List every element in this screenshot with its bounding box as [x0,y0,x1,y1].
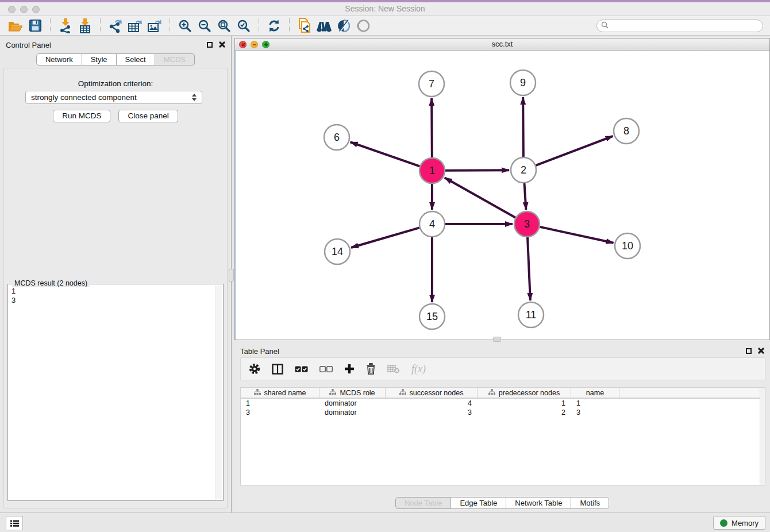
mcds-panel: Optimization criterion: strongly connect… [3,68,228,508]
network-canvas[interactable]: 7968124314101511 [235,51,769,340]
graph-edge-2-3[interactable] [524,183,526,210]
zoom-fit-icon[interactable] [214,18,234,34]
title-bar: Session: New Session [0,0,770,16]
column-type-icon [254,389,261,397]
refresh-icon[interactable] [264,18,284,34]
graph-node-10[interactable]: 10 [615,233,640,259]
mcds-result-text[interactable]: 13 [9,286,215,499]
search-box[interactable] [596,20,763,32]
column-header-name[interactable]: name [571,388,619,398]
open-folder-icon[interactable] [6,18,25,34]
graph-node-8[interactable]: 8 [614,118,639,144]
run-mcds-button[interactable]: Run MCDS [53,110,110,122]
tab-mcds[interactable]: MCDS [155,53,195,65]
control-panel-title: Control Panel [6,41,51,49]
graph-node-4[interactable]: 4 [419,211,445,237]
cell-mcds-role: dominator [319,408,386,417]
float-table-panel-icon[interactable] [746,348,752,354]
cell-shared-name: 3 [241,408,319,417]
zoom-out-icon[interactable] [195,18,214,34]
memory-button[interactable]: Memory [713,516,765,530]
tab-edge-table[interactable]: Edge Table [451,497,506,509]
binoculars-icon[interactable] [314,18,334,34]
graph-node-6[interactable]: 6 [324,125,349,150]
status-bar: Memory [0,512,770,532]
tab-network[interactable]: Network [36,53,82,65]
function-builder-icon: f(x) [411,363,426,375]
clone-network-icon[interactable] [295,18,314,34]
import-network-icon[interactable] [56,18,75,34]
graph-node-2[interactable]: 2 [511,157,536,183]
network-maximize-icon[interactable] [262,41,270,48]
graph-edge-2-9[interactable] [523,97,523,157]
graph-edge-1-2[interactable] [445,170,509,171]
table-row[interactable]: 3dominator323 [241,408,765,417]
import-table-icon[interactable] [75,18,95,34]
graph-edge-3-1[interactable] [445,178,515,217]
column-header-shared-name[interactable]: shared name [241,388,319,398]
mcds-result-scrollbar[interactable] [215,286,222,499]
task-history-button[interactable] [6,516,23,530]
tab-select[interactable]: Select [117,53,155,65]
export-network-icon[interactable] [106,18,125,34]
network-minimize-icon[interactable] [251,41,258,48]
table-scrollbar[interactable] [760,388,765,485]
zoom-selected-icon[interactable] [234,18,253,34]
zoom-in-icon[interactable] [175,18,195,34]
network-title: scc.txt [235,38,769,50]
eye-icon[interactable] [353,18,373,34]
close-window-icon[interactable] [8,6,16,13]
gear-icon[interactable] [249,363,260,375]
graph-node-7[interactable]: 7 [419,71,444,97]
tab-node-table[interactable]: Node Table [395,497,452,509]
search-icon [601,21,609,31]
add-icon[interactable] [344,364,355,374]
criterion-select[interactable]: strongly connected component [25,91,202,104]
mcds-result-group: MCDS result (2 nodes) 13 [7,284,224,501]
control-panel: Control Panel NetworkStyleSelectMCDS Opt… [0,36,232,512]
export-table-icon[interactable] [125,18,145,34]
network-view-window: scc.txt 7968124314101511 [234,38,770,340]
graph-edge-3-10[interactable] [540,227,613,243]
deselect-all-icon[interactable] [319,366,333,372]
graph-edge-1-6[interactable] [351,142,420,166]
cell-predecessor-nodes: 1 [478,399,571,407]
split-divider-grip[interactable] [229,269,234,282]
save-icon[interactable] [25,18,45,34]
graph-edge-4-14[interactable] [351,228,419,248]
graph-node-14[interactable]: 14 [325,239,350,264]
float-panel-icon[interactable] [207,42,213,48]
column-header-mcds-role[interactable]: MCDS role [319,388,386,398]
graph-node-1[interactable]: 1 [419,158,445,183]
maximize-window-icon[interactable] [32,6,40,13]
graphics-details-icon[interactable] [334,18,353,34]
graph-edge-3-11[interactable] [528,237,530,300]
graph-edge-1-7[interactable] [432,98,432,157]
columns-icon[interactable] [272,364,283,375]
tab-network-table[interactable]: Network Table [506,497,571,509]
network-window-titlebar[interactable]: scc.txt [235,38,769,51]
export-image-icon[interactable] [145,18,164,34]
horizontal-divider-grip[interactable] [493,337,501,342]
close-table-panel-icon[interactable] [758,348,764,354]
tab-style[interactable]: Style [82,53,117,65]
trash-icon[interactable] [366,363,376,375]
graph-node-9[interactable]: 9 [510,70,536,95]
close-panel-button[interactable]: Close panel [118,110,178,122]
tab-motifs[interactable]: Motifs [571,497,609,509]
search-input[interactable] [611,22,759,30]
minimize-window-icon[interactable] [20,6,28,13]
graph-node-11[interactable]: 11 [518,302,544,327]
network-graph: 7968124314101511 [236,51,770,340]
close-panel-icon[interactable] [219,41,225,48]
column-header-predecessor-nodes[interactable]: predecessor nodes [478,388,571,398]
graph-node-15[interactable]: 15 [419,304,445,329]
graph-edge-2-8[interactable] [536,136,613,165]
column-header-label: MCDS role [340,389,375,397]
column-header-successor-nodes[interactable]: successor nodes [386,388,478,398]
select-all-icon[interactable] [295,366,308,372]
table-panel-title: Table Panel [240,347,279,356]
graph-node-3[interactable]: 3 [514,211,540,237]
table-row[interactable]: 1dominator411 [241,399,765,408]
network-close-icon[interactable] [239,41,247,48]
